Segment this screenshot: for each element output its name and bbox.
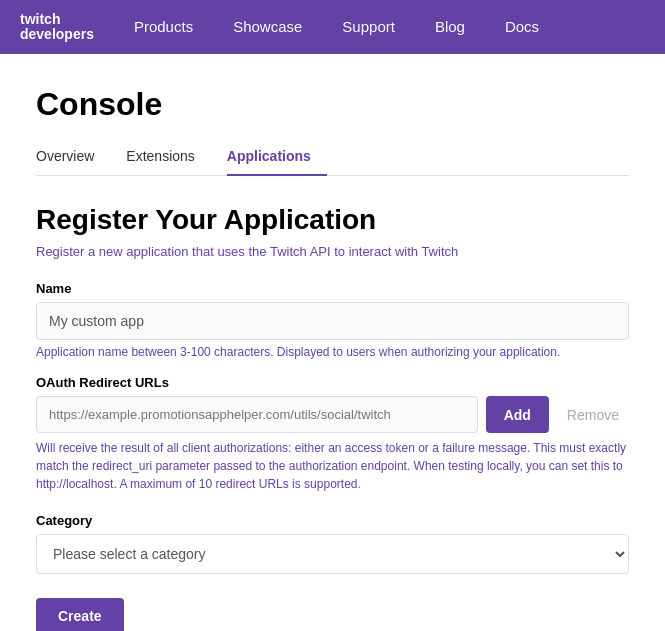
url-row: Add Remove: [36, 396, 629, 433]
nav-item-support[interactable]: Support: [322, 0, 415, 54]
form-section-title: Register Your Application: [36, 204, 629, 236]
oauth-url-input[interactable]: [36, 396, 478, 433]
tab-extensions[interactable]: Extensions: [126, 140, 210, 176]
oauth-hint: Will receive the result of all client au…: [36, 439, 629, 493]
name-label: Name: [36, 281, 629, 296]
nav-item-blog[interactable]: Blog: [415, 0, 485, 54]
nav-item-showcase[interactable]: Showcase: [213, 0, 322, 54]
create-button[interactable]: Create: [36, 598, 124, 631]
category-select[interactable]: Please select a category Game Chat Other: [36, 534, 629, 574]
name-hint: Application name between 3-100 character…: [36, 345, 629, 359]
nav-items: Products Showcase Support Blog Docs: [114, 0, 559, 54]
oauth-field-group: OAuth Redirect URLs Add Remove Will rece…: [36, 375, 629, 493]
nav-item-docs[interactable]: Docs: [485, 0, 559, 54]
form-section-desc: Register a new application that uses the…: [36, 244, 629, 259]
logo-line1: twitch: [20, 12, 94, 27]
tabs: Overview Extensions Applications: [36, 139, 629, 176]
page-title: Console: [36, 86, 629, 123]
main-nav: twitch developers Products Showcase Supp…: [0, 0, 665, 54]
logo[interactable]: twitch developers: [20, 12, 94, 43]
oauth-label: OAuth Redirect URLs: [36, 375, 629, 390]
add-button[interactable]: Add: [486, 396, 549, 433]
remove-button[interactable]: Remove: [557, 396, 629, 433]
category-field-group: Category Please select a category Game C…: [36, 513, 629, 598]
tab-overview[interactable]: Overview: [36, 140, 110, 176]
main-container: Console Overview Extensions Applications…: [0, 54, 665, 631]
logo-line2: developers: [20, 27, 94, 42]
nav-item-products[interactable]: Products: [114, 0, 213, 54]
tab-applications[interactable]: Applications: [227, 140, 327, 176]
name-input[interactable]: [36, 302, 629, 340]
name-field-group: Name Application name between 3-100 char…: [36, 281, 629, 359]
category-label: Category: [36, 513, 629, 528]
